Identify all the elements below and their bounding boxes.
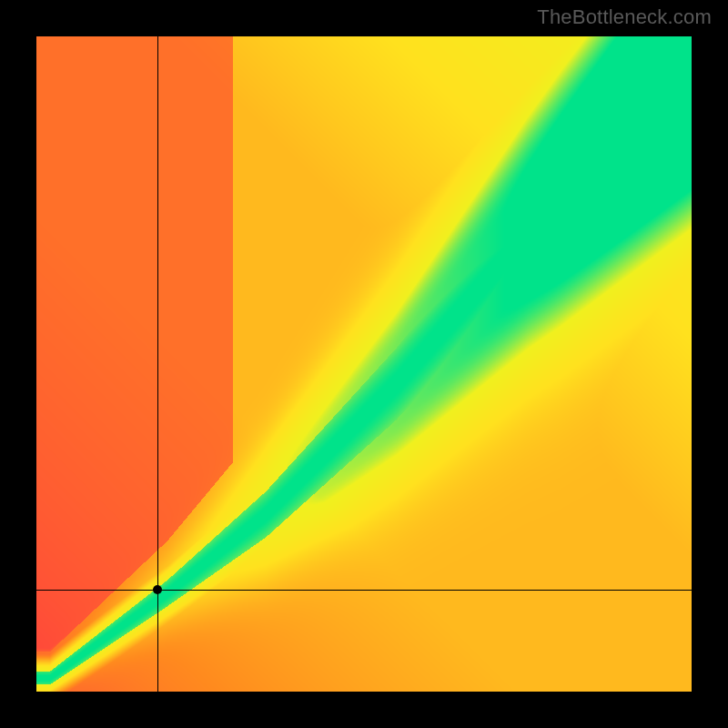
- crosshair-horizontal: [36, 590, 692, 591]
- watermark-text: TheBottleneck.com: [537, 5, 712, 29]
- chart-frame: TheBottleneck.com: [0, 0, 728, 728]
- marker-dot: [153, 585, 162, 594]
- plot-area: [36, 36, 692, 692]
- heatmap-canvas: [36, 36, 692, 692]
